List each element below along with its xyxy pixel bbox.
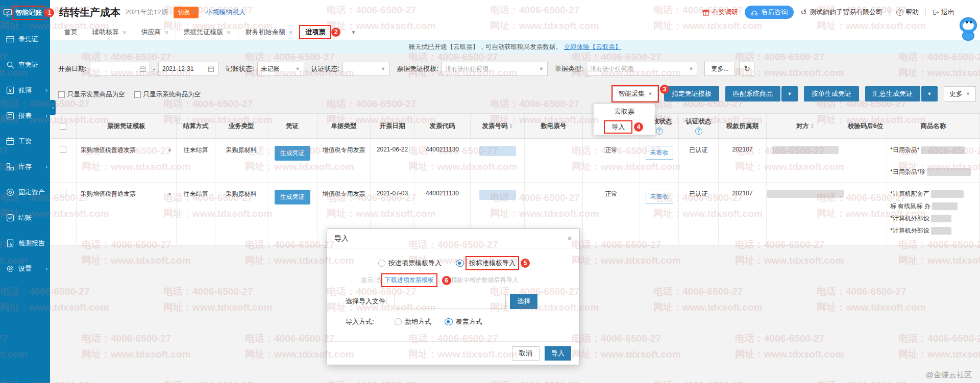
menu-item-import[interactable]: 导入 4 xyxy=(594,119,655,135)
radio-overwrite-mode[interactable]: 覆盖方式 xyxy=(445,317,482,326)
date-from-input[interactable] xyxy=(90,62,150,76)
help-icon[interactable]: ? xyxy=(656,127,663,135)
bookkeeping-status-select[interactable]: 未记账 ▼ xyxy=(257,62,304,76)
date-to-input[interactable]: 2021-12-31 xyxy=(158,62,218,76)
sidebar-item-label: 录凭证 xyxy=(18,35,38,44)
tab-item[interactable]: 票据凭证模版× xyxy=(176,24,238,40)
more-actions-button[interactable]: 更多 ▼ xyxy=(944,86,976,101)
choose-file-button[interactable]: 选择 xyxy=(510,294,537,309)
help-icon[interactable]: ? xyxy=(695,127,702,135)
after-sales-support-button[interactable]: 售后咨询 xyxy=(745,6,794,19)
radio-selected-icon[interactable] xyxy=(445,318,453,325)
tab-item[interactable]: 首页 xyxy=(57,24,85,40)
checkbox-icon[interactable] xyxy=(134,91,141,98)
cell xyxy=(767,183,844,245)
menu-item-cloud-ticket[interactable]: 云取票 xyxy=(594,104,655,119)
tab-item[interactable]: 供应商× xyxy=(134,24,177,40)
calendar-icon[interactable] xyxy=(208,66,214,72)
tab-item[interactable]: 财务初始余额× xyxy=(238,24,301,40)
sign-status-tag: 未签收 xyxy=(646,146,673,160)
chevron-down-icon[interactable]: ▼ xyxy=(921,86,938,101)
voucher-search-icon xyxy=(6,60,15,69)
assistant-mascot[interactable] xyxy=(958,17,979,49)
select-all-checkbox[interactable] xyxy=(60,123,66,130)
column-label: 校验码后6位 xyxy=(848,122,883,131)
table-row: 采购增值税普通发票▼往来结算采购原材料生成凭证增值税专用发票2021-06-22… xyxy=(50,139,980,183)
generate-voucher-by-doc-button[interactable]: 按单生成凭证 xyxy=(804,86,859,101)
app-logo[interactable]: 智能记账 1 xyxy=(0,0,50,18)
radio-append-mode[interactable]: 新增方式 xyxy=(395,317,431,326)
download-template-link[interactable]: 下载进项发票模板 xyxy=(383,275,436,286)
chevron-down-icon[interactable]: ▼ xyxy=(781,86,798,101)
notice-try-link[interactable]: 立即体验【云取票】 xyxy=(564,43,622,52)
sidebar-item-closing[interactable]: 结账 xyxy=(0,205,50,231)
refresh-button[interactable]: ↻ xyxy=(739,62,754,76)
radio-import-by-input-template[interactable]: 按进项票模板导入 xyxy=(378,259,442,268)
assign-voucher-template-button[interactable]: 指定凭证模板 xyxy=(664,86,719,101)
only-system-goods-empty-checkbox[interactable]: 只显示系统商品为空 xyxy=(134,90,201,99)
smart-collect-button[interactable]: 智能采集 ▼ xyxy=(612,86,658,101)
generate-voucher-summary-button[interactable]: 汇总生成凭证 xyxy=(865,86,920,101)
sort-icon[interactable]: ▲▼ xyxy=(509,123,513,129)
calendar-icon[interactable] xyxy=(139,66,146,72)
sidebar-item-ledger[interactable]: ¥账簿› xyxy=(0,78,50,103)
product-text: *日用杂品*珍 xyxy=(890,168,925,176)
import-button[interactable]: 导入 xyxy=(545,346,571,361)
blurred-value xyxy=(921,146,965,154)
menu-item-label: 云取票 xyxy=(615,107,634,116)
sidebar-item-fixed-assets[interactable]: 固定资产 xyxy=(0,180,50,205)
sidebar-item-voucher-search[interactable]: 查凭证 xyxy=(0,52,50,78)
radio-icon[interactable] xyxy=(395,318,402,325)
tab-item[interactable]: 辅助核算× xyxy=(85,24,134,40)
close-icon[interactable]: × xyxy=(567,234,572,244)
row-checkbox[interactable] xyxy=(60,146,66,152)
sidebar-item-inspection-report[interactable]: 检测报告 xyxy=(0,231,50,256)
generate-voucher-button[interactable]: 生成凭证 xyxy=(275,190,310,205)
match-system-goods-button[interactable]: 匹配系统商品 xyxy=(725,86,780,101)
radio-icon[interactable] xyxy=(378,260,385,267)
only-invoice-goods-empty-checkbox[interactable]: 只显示发票商品为空 xyxy=(58,90,125,99)
column-header: 发票代码 xyxy=(414,114,471,138)
generate-voucher-button[interactable]: 生成凭证 xyxy=(275,146,310,161)
sidebar-item-label: 查凭证 xyxy=(18,60,38,69)
sidebar-item-voucher-entry[interactable]: 录凭证 xyxy=(0,27,50,52)
sidebar-item-report[interactable]: 报表› xyxy=(0,103,50,129)
more-filters-button[interactable]: 更多... xyxy=(704,62,735,76)
switch-period-button[interactable]: 切换 ▾ xyxy=(174,7,199,18)
ledger-icon: ¥ xyxy=(6,86,15,95)
toolbar: 智能采集 ▼ 3 云取票 导入 4 指定凭证模板匹配系统商品▼按单生成凭证汇总生… xyxy=(612,86,976,101)
product-name-lines: *计算机配套产标 有线鼠标 办*计算机外部设*计算机外部设 xyxy=(887,190,979,235)
voucher-template-select[interactable]: 没有选中任何项 ▼ xyxy=(442,62,548,76)
column-header: 票据凭证模板 xyxy=(77,114,177,138)
logout-link[interactable]: 退出 xyxy=(933,8,954,17)
row-checkbox[interactable] xyxy=(60,190,66,196)
doc-type-select[interactable]: 没有选中任何项 ▼ xyxy=(586,62,697,76)
template-select[interactable]: 采购增值税普通发票▼ xyxy=(77,190,176,198)
voucher-template-value: 没有选中任何项 xyxy=(446,65,488,73)
checkbox-icon[interactable] xyxy=(58,91,65,98)
close-icon[interactable]: × xyxy=(122,29,127,36)
close-icon[interactable]: × xyxy=(165,29,169,36)
sidebar-collapse-handle[interactable]: › xyxy=(50,100,56,115)
tab-item[interactable]: 进项票 xyxy=(300,26,330,38)
import-file-input[interactable] xyxy=(395,294,506,309)
sidebar-item-inventory[interactable]: 库存› xyxy=(0,154,50,180)
template-select[interactable]: 采购增值税普通发票▼ xyxy=(77,146,176,155)
company-switcher[interactable]: ↺ 测试韵韵子贸易有限公司 xyxy=(800,8,883,17)
tab-list-dropdown[interactable]: ▼ xyxy=(346,30,361,35)
cell xyxy=(50,183,77,245)
cell-text: 4400211130 xyxy=(426,146,459,153)
radio-import-by-standard-template[interactable]: 按标准模板导入 5 xyxy=(456,258,530,269)
cancel-button[interactable]: 取消 xyxy=(512,346,540,361)
help-link[interactable]: ? 帮助 xyxy=(896,8,919,17)
close-icon[interactable]: × xyxy=(227,29,231,36)
survey-link[interactable]: 有奖调研 xyxy=(702,8,738,17)
sort-icon[interactable]: ▲▼ xyxy=(811,123,814,129)
taxpayer-type-link[interactable]: 小规模纳税人 xyxy=(206,8,246,17)
sidebar-item-settings[interactable]: 设置› xyxy=(0,256,50,282)
close-icon[interactable]: × xyxy=(289,29,293,36)
cert-status-select[interactable]: ▼ xyxy=(342,62,389,76)
chevron-down-icon: ▼ xyxy=(381,66,385,71)
radio-selected-icon[interactable] xyxy=(456,260,464,267)
sidebar-item-payroll[interactable]: 工资 xyxy=(0,129,50,154)
